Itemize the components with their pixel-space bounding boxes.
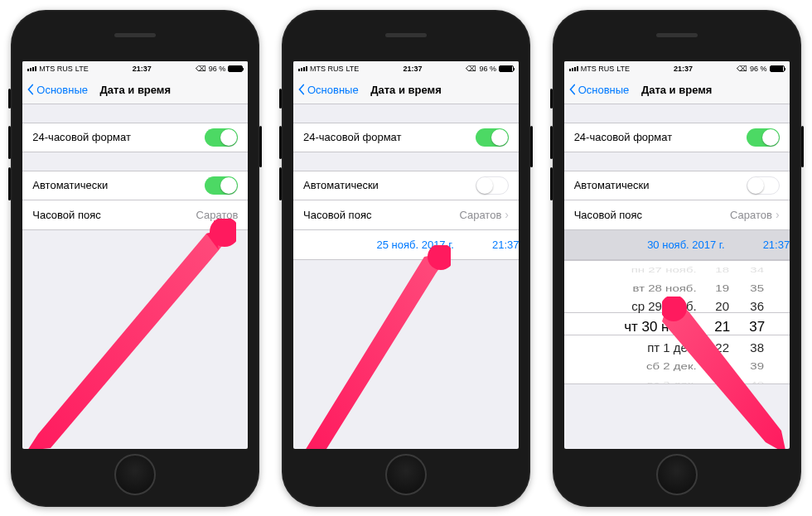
picker-item: 23 (715, 359, 729, 373)
date-time-picker[interactable]: пн 27 нояб. вт 28 нояб. ср 29 нояб. чт 3… (564, 260, 790, 384)
carrier-label: MTS RUS (310, 65, 344, 73)
nav-bar: Основные Дата и время (564, 76, 790, 104)
toggle-auto[interactable] (205, 176, 238, 195)
battery-icon (228, 65, 243, 72)
phone-frame: MTS RUS LTE 21:37 ⌫ 96 % Основные Дата и… (11, 10, 259, 507)
row-24h: 24-часовой формат (564, 123, 790, 152)
picker-item: 18 (715, 264, 729, 274)
svg-marker-0 (27, 227, 236, 449)
status-time: 21:37 (674, 65, 693, 73)
back-label: Основные (307, 84, 359, 96)
picker-item: пт 1 дек. (647, 339, 697, 355)
carrier-label: MTS RUS (581, 65, 615, 73)
current-date: 30 нояб. 2017 г. (574, 239, 733, 251)
row-auto: Автоматически (22, 171, 248, 200)
picker-item: 22 (715, 339, 729, 355)
nav-bar: Основные Дата и время (22, 76, 248, 104)
row-auto: Автоматически (293, 171, 519, 200)
chevron-right-icon: › (776, 209, 780, 220)
toggle-auto[interactable] (476, 176, 509, 195)
row-24h-label: 24-часовой формат (574, 131, 673, 143)
row-timezone[interactable]: Часовой пояс Саратов (22, 200, 248, 230)
svg-marker-3 (305, 252, 451, 449)
status-bar: MTS RUS LTE 21:37 ⌫ 96 % (564, 61, 790, 76)
chevron-right-icon: › (505, 209, 509, 220)
current-date: 25 нояб. 2017 г. (303, 239, 462, 251)
carrier-label: MTS RUS (39, 65, 73, 73)
phone-frame: MTS RUS LTE 21:37 ⌫ 96 % Основные Дата и… (553, 10, 801, 507)
network-label: LTE (616, 65, 630, 73)
picker-item: 19 (715, 281, 729, 295)
bluetooth-icon: ⌫ (737, 65, 747, 73)
network-label: LTE (346, 65, 359, 73)
row-timezone[interactable]: Часовой пояс Саратов› (564, 200, 790, 230)
row-datetime[interactable]: 25 нояб. 2017 г. 21:37 (293, 230, 519, 260)
status-time: 21:37 (403, 65, 422, 73)
picker-item: 39 (750, 359, 764, 373)
row-timezone[interactable]: Часовой пояс Саратов› (293, 200, 519, 230)
battery-percent: 96 % (479, 65, 496, 73)
chevron-left-icon (568, 84, 577, 95)
picker-item: 20 (715, 297, 729, 314)
picker-item: 40 (750, 379, 764, 383)
screen: MTS RUS LTE 21:37 ⌫ 96 % Основные Дата и… (564, 61, 790, 449)
row-auto-label: Автоматически (574, 179, 650, 191)
picker-item: 24 (715, 379, 729, 383)
back-label: Основные (578, 84, 630, 96)
annotation-arrow (27, 219, 236, 449)
network-label: LTE (75, 65, 89, 73)
picker-item: вт 28 нояб. (633, 281, 697, 295)
toggle-24h[interactable] (205, 128, 238, 147)
row-auto-label: Автоматически (32, 179, 108, 191)
nav-bar: Основные Дата и время (293, 76, 519, 104)
status-bar: MTS RUS LTE 21:37 ⌫ 96 % (293, 61, 519, 76)
annotation-arrow (305, 245, 451, 449)
picker-item: 36 (750, 297, 764, 314)
bluetooth-icon: ⌫ (466, 65, 476, 73)
current-time: 21:37 (492, 239, 509, 251)
row-datetime[interactable]: 30 нояб. 2017 г. 21:37 (564, 230, 790, 260)
status-bar: MTS RUS LTE 21:37 ⌫ 96 % (22, 61, 248, 76)
status-time: 21:37 (133, 65, 152, 73)
chevron-left-icon (297, 84, 306, 95)
row-auto: Автоматически (564, 171, 790, 200)
toggle-24h[interactable] (476, 128, 509, 147)
row-timezone-label: Часовой пояс (303, 209, 371, 221)
row-auto-label: Автоматически (303, 179, 379, 191)
row-24h: 24-часовой формат (293, 123, 519, 152)
row-24h-label: 24-часовой формат (303, 131, 402, 143)
bluetooth-icon: ⌫ (196, 65, 206, 73)
battery-icon (499, 65, 514, 72)
phone-frame: MTS RUS LTE 21:37 ⌫ 96 % Основные Дата и… (282, 10, 530, 507)
screen: MTS RUS LTE 21:37 ⌫ 96 % Основные Дата и… (293, 61, 519, 449)
picker-item: сб 2 дек. (646, 359, 697, 373)
row-timezone-value: Саратов (730, 209, 772, 221)
signal-icon (569, 66, 578, 71)
current-time: 21:37 (763, 239, 780, 251)
battery-percent: 96 % (750, 65, 767, 73)
row-timezone-label: Часовой пояс (574, 209, 642, 221)
picker-item: ср 29 нояб. (631, 297, 696, 314)
signal-icon (298, 66, 307, 71)
back-label: Основные (36, 84, 88, 96)
picker-item: вс 3 дек. (647, 379, 697, 383)
screen: MTS RUS LTE 21:37 ⌫ 96 % Основные Дата и… (22, 61, 248, 449)
toggle-auto[interactable] (747, 176, 780, 195)
row-timezone-label: Часовой пояс (32, 209, 100, 221)
back-button[interactable]: Основные (564, 84, 630, 96)
toggle-24h[interactable] (747, 128, 780, 147)
row-timezone-value: Саратов (459, 209, 501, 221)
row-24h-label: 24-часовой формат (32, 131, 131, 143)
back-button[interactable]: Основные (293, 84, 359, 96)
back-button[interactable]: Основные (22, 84, 88, 96)
chevron-left-icon (26, 84, 35, 95)
battery-icon (770, 65, 785, 72)
picker-item: 35 (750, 281, 764, 295)
battery-percent: 96 % (209, 65, 226, 73)
picker-item: пн 27 нояб. (631, 264, 697, 274)
row-24h: 24-часовой формат (22, 123, 248, 152)
picker-item: 38 (750, 339, 764, 355)
signal-icon (27, 66, 36, 71)
row-timezone-value: Саратов (196, 209, 238, 221)
picker-item: 34 (750, 264, 764, 274)
